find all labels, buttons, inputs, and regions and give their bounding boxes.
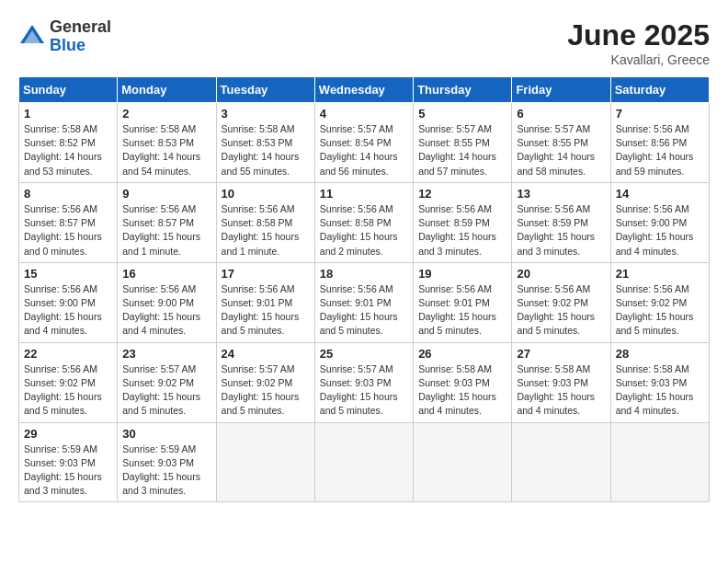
day-info: Sunrise: 5:57 AMSunset: 9:03 PMDaylight:… (320, 362, 408, 419)
day-cell: 10Sunrise: 5:56 AMSunset: 8:58 PMDayligh… (216, 182, 314, 262)
day-number: 18 (320, 267, 408, 281)
title-area: June 2025 Kavallari, Greece (567, 18, 710, 67)
day-number: 26 (418, 347, 506, 361)
day-cell: 15Sunrise: 5:56 AMSunset: 9:00 PMDayligh… (19, 262, 118, 342)
day-number: 23 (122, 347, 210, 361)
day-cell: 29Sunrise: 5:59 AMSunset: 9:03 PMDayligh… (19, 422, 118, 502)
day-number: 25 (320, 347, 408, 361)
day-number: 2 (122, 107, 210, 121)
day-number: 29 (24, 427, 112, 441)
day-number: 10 (222, 187, 310, 201)
day-number: 21 (616, 267, 704, 281)
day-cell: 17Sunrise: 5:56 AMSunset: 9:01 PMDayligh… (216, 262, 314, 342)
day-info: Sunrise: 5:56 AMSunset: 9:00 PMDaylight:… (122, 282, 210, 339)
day-info: Sunrise: 5:58 AMSunset: 9:03 PMDaylight:… (517, 362, 605, 419)
day-cell: 5Sunrise: 5:57 AMSunset: 8:55 PMDaylight… (414, 103, 512, 183)
weekday-header-tuesday: Tuesday (216, 77, 314, 103)
weekday-header-saturday: Saturday (610, 77, 709, 103)
calendar-subtitle: Kavallari, Greece (567, 52, 710, 67)
day-info: Sunrise: 5:57 AMSunset: 8:55 PMDaylight:… (517, 122, 605, 178)
day-info: Sunrise: 5:59 AMSunset: 9:03 PMDaylight:… (122, 442, 210, 499)
day-cell: 12Sunrise: 5:56 AMSunset: 8:59 PMDayligh… (414, 182, 512, 262)
day-number: 1 (24, 107, 112, 121)
day-cell: 27Sunrise: 5:58 AMSunset: 9:03 PMDayligh… (512, 342, 610, 422)
day-cell: 13Sunrise: 5:56 AMSunset: 8:59 PMDayligh… (512, 182, 610, 262)
day-info: Sunrise: 5:56 AMSunset: 8:59 PMDaylight:… (418, 202, 506, 259)
day-info: Sunrise: 5:58 AMSunset: 8:53 PMDaylight:… (122, 122, 210, 178)
logo-general-text: General (50, 17, 111, 36)
day-info: Sunrise: 5:56 AMSunset: 9:01 PMDaylight:… (222, 282, 310, 339)
day-cell: 26Sunrise: 5:58 AMSunset: 9:03 PMDayligh… (414, 342, 512, 422)
logo-blue-text: Blue (50, 36, 85, 54)
day-cell: 1Sunrise: 5:58 AMSunset: 8:52 PMDaylight… (19, 103, 118, 183)
weekday-header-wednesday: Wednesday (314, 77, 413, 103)
week-row-1: 1Sunrise: 5:58 AMSunset: 8:52 PMDaylight… (19, 103, 710, 183)
week-row-5: 29Sunrise: 5:59 AMSunset: 9:03 PMDayligh… (19, 422, 710, 502)
week-row-3: 15Sunrise: 5:56 AMSunset: 9:00 PMDayligh… (19, 262, 710, 342)
day-cell: 9Sunrise: 5:56 AMSunset: 8:57 PMDaylight… (118, 182, 216, 262)
day-info: Sunrise: 5:57 AMSunset: 8:54 PMDaylight:… (320, 122, 408, 178)
day-number: 3 (222, 107, 310, 121)
day-number: 20 (517, 267, 605, 281)
day-cell: 19Sunrise: 5:56 AMSunset: 9:01 PMDayligh… (414, 262, 512, 342)
day-number: 30 (122, 427, 210, 441)
day-info: Sunrise: 5:58 AMSunset: 8:52 PMDaylight:… (24, 122, 112, 178)
day-number: 19 (418, 267, 506, 281)
day-cell: 18Sunrise: 5:56 AMSunset: 9:01 PMDayligh… (314, 262, 413, 342)
day-info: Sunrise: 5:56 AMSunset: 9:02 PMDaylight:… (616, 282, 704, 339)
day-number: 28 (616, 347, 704, 361)
day-info: Sunrise: 5:56 AMSunset: 8:59 PMDaylight:… (517, 202, 605, 259)
day-number: 17 (222, 267, 310, 281)
day-number: 8 (24, 187, 112, 201)
day-cell: 21Sunrise: 5:56 AMSunset: 9:02 PMDayligh… (610, 262, 709, 342)
day-number: 22 (24, 347, 112, 361)
day-info: Sunrise: 5:56 AMSunset: 9:02 PMDaylight:… (517, 282, 605, 339)
day-number: 12 (418, 187, 506, 201)
day-number: 4 (320, 107, 408, 121)
day-info: Sunrise: 5:58 AMSunset: 9:03 PMDaylight:… (616, 362, 704, 419)
day-cell (512, 422, 610, 502)
day-cell: 4Sunrise: 5:57 AMSunset: 8:54 PMDaylight… (314, 103, 413, 183)
day-info: Sunrise: 5:58 AMSunset: 9:03 PMDaylight:… (418, 362, 506, 419)
day-cell: 30Sunrise: 5:59 AMSunset: 9:03 PMDayligh… (118, 422, 216, 502)
day-cell: 22Sunrise: 5:56 AMSunset: 9:02 PMDayligh… (19, 342, 118, 422)
day-cell: 28Sunrise: 5:58 AMSunset: 9:03 PMDayligh… (610, 342, 709, 422)
weekday-header-sunday: Sunday (19, 77, 118, 103)
day-cell: 8Sunrise: 5:56 AMSunset: 8:57 PMDaylight… (19, 182, 118, 262)
header: General Blue June 2025 Kavallari, Greece (18, 18, 710, 67)
day-info: Sunrise: 5:56 AMSunset: 9:01 PMDaylight:… (320, 282, 408, 339)
day-info: Sunrise: 5:57 AMSunset: 8:55 PMDaylight:… (418, 122, 506, 178)
day-number: 16 (122, 267, 210, 281)
day-cell: 11Sunrise: 5:56 AMSunset: 8:58 PMDayligh… (314, 182, 413, 262)
day-cell: 24Sunrise: 5:57 AMSunset: 9:02 PMDayligh… (216, 342, 314, 422)
day-cell: 3Sunrise: 5:58 AMSunset: 8:53 PMDaylight… (216, 103, 314, 183)
day-cell: 6Sunrise: 5:57 AMSunset: 8:55 PMDaylight… (512, 103, 610, 183)
day-info: Sunrise: 5:56 AMSunset: 9:00 PMDaylight:… (24, 282, 112, 339)
day-number: 11 (320, 187, 408, 201)
day-info: Sunrise: 5:57 AMSunset: 9:02 PMDaylight:… (222, 362, 310, 419)
logo-icon (18, 23, 46, 51)
day-cell (610, 422, 709, 502)
day-info: Sunrise: 5:56 AMSunset: 8:57 PMDaylight:… (122, 202, 210, 259)
day-number: 9 (122, 187, 210, 201)
day-cell: 2Sunrise: 5:58 AMSunset: 8:53 PMDaylight… (118, 103, 216, 183)
day-number: 5 (418, 107, 506, 121)
day-cell: 14Sunrise: 5:56 AMSunset: 9:00 PMDayligh… (610, 182, 709, 262)
day-cell (314, 422, 413, 502)
day-number: 24 (222, 347, 310, 361)
day-number: 15 (24, 267, 112, 281)
day-cell: 7Sunrise: 5:56 AMSunset: 8:56 PMDaylight… (610, 103, 709, 183)
calendar-table: SundayMondayTuesdayWednesdayThursdayFrid… (18, 76, 710, 502)
day-info: Sunrise: 5:56 AMSunset: 8:56 PMDaylight:… (616, 122, 704, 178)
calendar-title: June 2025 (567, 18, 710, 52)
day-info: Sunrise: 5:58 AMSunset: 8:53 PMDaylight:… (222, 122, 310, 178)
weekday-header-friday: Friday (512, 77, 610, 103)
day-info: Sunrise: 5:56 AMSunset: 8:58 PMDaylight:… (222, 202, 310, 259)
day-cell: 25Sunrise: 5:57 AMSunset: 9:03 PMDayligh… (314, 342, 413, 422)
day-info: Sunrise: 5:56 AMSunset: 8:57 PMDaylight:… (24, 202, 112, 259)
day-number: 27 (517, 347, 605, 361)
day-info: Sunrise: 5:56 AMSunset: 9:00 PMDaylight:… (616, 202, 704, 259)
day-cell: 16Sunrise: 5:56 AMSunset: 9:00 PMDayligh… (118, 262, 216, 342)
day-cell: 23Sunrise: 5:57 AMSunset: 9:02 PMDayligh… (118, 342, 216, 422)
week-row-4: 22Sunrise: 5:56 AMSunset: 9:02 PMDayligh… (19, 342, 710, 422)
